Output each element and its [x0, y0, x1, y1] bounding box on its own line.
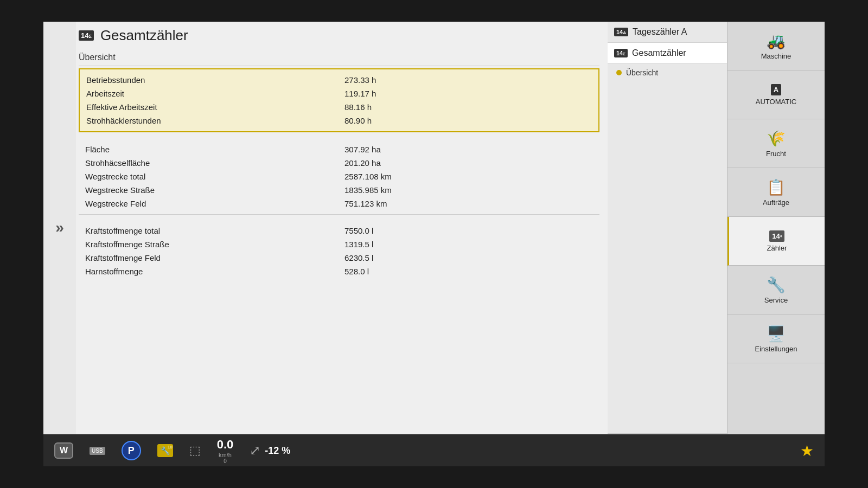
fuel-label: Kraftstoffmenge total	[85, 224, 334, 237]
toolbar-icons: ⬚	[189, 444, 201, 458]
active-dot	[616, 70, 622, 75]
parking-badge: P	[122, 441, 141, 460]
main-content: 14Σ Gesamtzähler Übersicht Betriebsstund…	[76, 22, 608, 434]
highlight-label: Betriebsstunden	[86, 74, 334, 86]
sub-item-ubersicht[interactable]: Übersicht	[608, 64, 727, 81]
tageszaehler-badge: 14A	[614, 28, 628, 36]
speed-sub: 0	[217, 458, 234, 464]
fuel-value: 6230.5 l	[344, 252, 593, 264]
einstellungen-label: Einstellungen	[755, 345, 797, 353]
sidebar-item-auftraege[interactable]: 📋 Aufträge	[727, 168, 825, 217]
page-title: Gesamtzähler	[100, 27, 188, 44]
fuel-label: Kraftstoffmenge Feld	[85, 252, 334, 264]
maschine-label: Maschine	[761, 52, 792, 60]
automatic-icon: A	[771, 84, 781, 95]
ubersicht-label: Übersicht	[626, 68, 658, 77]
frucht-icon: 🌾	[767, 130, 786, 147]
distance-grid: Fläche307.92 haStrohhäcselfläche201.20 h…	[85, 143, 593, 210]
service-label: Service	[764, 296, 788, 304]
right-area: 14A Tageszähler A 14Σ Gesamtzähler Übers…	[608, 22, 825, 434]
fuel-label: Harnstoffmenge	[85, 265, 334, 278]
sub-nav: 14A Tageszähler A 14Σ Gesamtzähler Übers…	[608, 22, 727, 434]
fuel-block: Kraftstoffmenge total7550.0 lKraftstoffm…	[79, 220, 599, 282]
highlight-value: 88.16 h	[344, 101, 592, 113]
automatic-label: AUTOMATIC	[756, 98, 796, 106]
main-area: » 14Σ Gesamtzähler Übersicht Betriebsstu…	[43, 22, 825, 434]
slope-value: -12 %	[265, 445, 290, 457]
zaehler-label: Zähler	[767, 244, 787, 252]
favorite-button[interactable]: ★	[800, 442, 814, 460]
distance-value: 307.92 ha	[344, 143, 593, 156]
usb-item: USB	[90, 447, 105, 455]
slope-area: ⤢ -12 %	[250, 443, 290, 458]
left-nav[interactable]: »	[43, 22, 76, 434]
sidebar: 🚜 Maschine A AUTOMATIC 🌾 Frucht 📋 Aufträ…	[727, 22, 825, 434]
frame-icon: ⬚	[189, 444, 201, 458]
auftraege-label: Aufträge	[763, 198, 789, 207]
w-badge: W	[54, 442, 73, 459]
status-bar: W USB P 🔧10 ⬚ 0.0 km/h 0 ⤢ -12 % ★	[43, 434, 825, 466]
fuel-value: 528.0 l	[344, 265, 593, 278]
sidebar-item-maschine[interactable]: 🚜 Maschine	[727, 22, 825, 70]
highlight-value: 119.17 h	[344, 87, 592, 100]
sidebar-item-frucht[interactable]: 🌾 Frucht	[727, 119, 825, 168]
screen: » 14Σ Gesamtzähler Übersicht Betriebsstu…	[43, 22, 825, 466]
highlight-grid: Betriebsstunden273.33 hArbeitszeit119.17…	[86, 74, 592, 127]
distance-value: 1835.985 km	[344, 184, 593, 196]
sidebar-item-automatic[interactable]: A AUTOMATIC	[727, 70, 825, 119]
frucht-label: Frucht	[766, 150, 786, 158]
einstellungen-icon: 🖥️	[767, 325, 786, 343]
page-title-area: 14Σ Gesamtzähler	[79, 27, 599, 46]
highlight-label: Effektive Arbeitszeit	[86, 101, 334, 113]
distance-label: Wegstrecke total	[85, 170, 334, 183]
usb-badge: USB	[90, 447, 105, 455]
distance-block: Fläche307.92 haStrohhäcselfläche201.20 h…	[79, 139, 599, 215]
highlight-label: Arbeitszeit	[86, 87, 334, 100]
sidebar-item-service[interactable]: 🔧 Service	[727, 266, 825, 314]
page-icon: 14Σ	[79, 30, 94, 41]
fuel-value: 1319.5 l	[344, 238, 593, 251]
wrench-badge: 🔧10	[157, 444, 173, 457]
fuel-grid: Kraftstoffmenge total7550.0 lKraftstoffm…	[85, 224, 593, 278]
sidebar-item-zaehler[interactable]: 14⁰ Zähler	[727, 217, 825, 266]
distance-label: Wegstrecke Feld	[85, 197, 334, 210]
speed-display: 0.0 km/h 0	[217, 438, 234, 464]
sub-nav-tageszaehler[interactable]: 14A Tageszähler A	[608, 22, 727, 43]
distance-value: 201.20 ha	[344, 157, 593, 169]
distance-value: 2587.108 km	[344, 170, 593, 183]
highlight-label: Strohhäcklerstunden	[86, 114, 334, 127]
fuel-value: 7550.0 l	[344, 224, 593, 237]
speed-value: 0.0	[217, 438, 234, 452]
parking-label: P	[128, 445, 135, 457]
maschine-icon: 🚜	[767, 32, 786, 50]
section-header: Übersicht	[79, 50, 599, 66]
service-icon: 🔧	[767, 276, 786, 294]
highlight-value: 273.33 h	[344, 74, 592, 86]
speed-unit: km/h	[217, 452, 234, 458]
gesamtzaehler-badge: 14Σ	[614, 49, 628, 57]
slope-icon: ⤢	[250, 443, 260, 458]
chevron-icon[interactable]: »	[55, 219, 64, 236]
highlight-block: Betriebsstunden273.33 hArbeitszeit119.17…	[79, 68, 599, 132]
distance-label: Strohhäcselfläche	[85, 157, 334, 169]
sub-nav-gesamtzaehler[interactable]: 14Σ Gesamtzähler	[608, 43, 727, 64]
highlight-value: 80.90 h	[344, 114, 592, 127]
sidebar-item-einstellungen[interactable]: 🖥️ Einstellungen	[727, 314, 825, 363]
distance-label: Fläche	[85, 143, 334, 156]
distance-label: Wegstrecke Straße	[85, 184, 334, 196]
gesamtzaehler-label: Gesamtzähler	[632, 48, 686, 58]
fuel-label: Kraftstoffmenge Straße	[85, 238, 334, 251]
distance-value: 751.123 km	[344, 197, 593, 210]
tageszaehler-label: Tageszähler A	[633, 27, 687, 37]
zaehler-icon: 14⁰	[769, 230, 784, 242]
wrench-num: 10	[168, 445, 173, 450]
auftraege-icon: 📋	[767, 178, 786, 196]
